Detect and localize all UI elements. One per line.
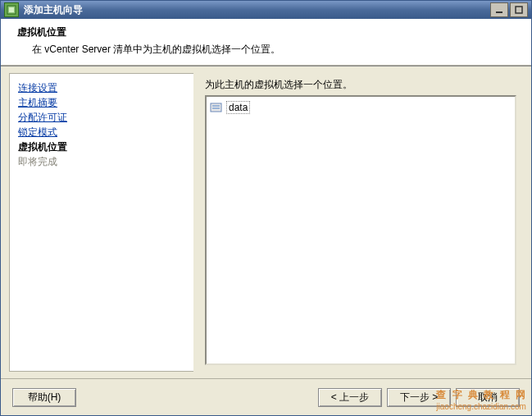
svg-rect-3 xyxy=(516,7,522,13)
step-lockdown-mode[interactable]: 锁定模式 xyxy=(18,125,185,139)
titlebar: 添加主机向导 xyxy=(1,1,531,19)
back-button[interactable]: < 上一步 xyxy=(318,388,382,407)
tree-item-label: data xyxy=(226,101,250,114)
step-host-summary[interactable]: 主机摘要 xyxy=(18,95,185,110)
button-bar: 帮助(H) < 上一步 下一步 > 取消 xyxy=(1,378,531,415)
panel-prompt: 为此主机的虚拟机选择一个位置。 xyxy=(205,78,516,92)
svg-rect-1 xyxy=(9,7,14,12)
help-button[interactable]: 帮助(H) xyxy=(12,388,76,407)
app-icon xyxy=(4,2,19,17)
next-button[interactable]: 下一步 > xyxy=(387,388,451,407)
datacenter-icon xyxy=(210,102,223,113)
wizard-window: 添加主机向导 虚拟机位置 在 vCenter Server 清单中为主机的虚拟机… xyxy=(0,0,532,416)
page-description: 在 vCenter Server 清单中为主机的虚拟机选择一个位置。 xyxy=(17,43,515,57)
step-assign-license[interactable]: 分配许可证 xyxy=(18,110,185,125)
page-title: 虚拟机位置 xyxy=(17,25,515,39)
minimize-button[interactable] xyxy=(490,2,508,17)
window-title: 添加主机向导 xyxy=(24,3,83,17)
steps-sidebar: 连接设置 主机摘要 分配许可证 锁定模式 虚拟机位置 即将完成 xyxy=(9,73,193,372)
svg-rect-6 xyxy=(212,107,220,109)
tree-item-datacenter[interactable]: data xyxy=(210,100,512,115)
step-ready-to-complete: 即将完成 xyxy=(18,154,185,169)
wizard-body: 连接设置 主机摘要 分配许可证 锁定模式 虚拟机位置 即将完成 为此主机的虚拟机… xyxy=(1,68,531,378)
location-tree[interactable]: data xyxy=(205,95,516,365)
step-connection-settings[interactable]: 连接设置 xyxy=(18,80,185,95)
step-vm-location: 虚拟机位置 xyxy=(18,139,185,154)
wizard-header: 虚拟机位置 在 vCenter Server 清单中为主机的虚拟机选择一个位置。 xyxy=(1,19,531,66)
svg-rect-5 xyxy=(212,105,220,107)
main-panel: 为此主机的虚拟机选择一个位置。 data xyxy=(193,73,523,372)
maximize-button[interactable] xyxy=(510,2,528,17)
svg-rect-2 xyxy=(496,11,502,13)
cancel-button[interactable]: 取消 xyxy=(456,388,520,407)
